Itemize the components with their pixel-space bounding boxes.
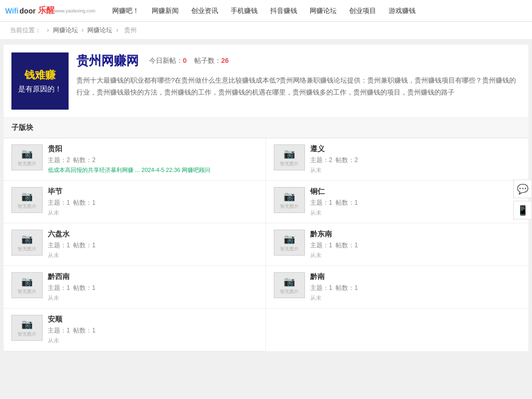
forum-desc: 贵州十大最赚钱的职业都有哪些?在贵州做什么生意比较赚钱成本低?贵州网络兼职赚钱论… (76, 74, 521, 99)
forum-logo-line2: 是有原因的！ (18, 85, 62, 94)
subforum-last: 从未 (310, 294, 521, 302)
subforum-thumb: 📷 智无图片 (274, 187, 305, 213)
subforum-name[interactable]: 铜仁 (310, 187, 521, 196)
subforum-last: 从未 (310, 209, 521, 217)
forum-header: 钱难赚 是有原因的！ 贵州网赚网 今日新帖：0 帖子数：26 贵州十大最赚钱的职… (4, 45, 528, 118)
subforum-thumb: 📷 智无图片 (11, 230, 43, 256)
subforum-last: 从未 (48, 251, 258, 259)
subforum-name[interactable]: 黔南 (310, 272, 521, 282)
subforum-content: 六盘水 主题：1 帖数：1 从未 (48, 230, 258, 259)
main-content: 钱难赚 是有原因的！ 贵州网赚网 今日新帖：0 帖子数：26 贵州十大最赚钱的职… (4, 45, 528, 351)
subforum-last: 低成本高回报的共享经济暴利网赚 ... 2024-4-5 22:36 网赚吧顾问 (48, 166, 258, 174)
camera-icon: 📷 (284, 148, 295, 159)
forum-info: 贵州网赚网 今日新帖：0 帖子数：26 贵州十大最赚钱的职业都有哪些?在贵州做什… (76, 52, 521, 99)
logo-wifi-text: Wifi (5, 7, 19, 15)
subforum-name[interactable]: 黔西南 (48, 272, 258, 282)
subforum-content: 遵义 主题：2 帖数：2 从未 (310, 144, 521, 174)
camera-icon: 📷 (284, 233, 295, 245)
posts-count: 26 (221, 57, 229, 64)
subforum-thumb: 📷 智无图片 (11, 187, 43, 213)
subforum-item: 📷 智无图片 遵义 主题：2 帖数：2 从未 (266, 138, 528, 181)
subforum-item: 📷 智无图片 黔东南 主题：1 帖数：1 从未 (266, 223, 528, 266)
subforum-last-text: 从未 (48, 295, 59, 301)
thumb-label: 智无图片 (18, 331, 36, 338)
phone-icon[interactable]: 📱 (513, 201, 532, 220)
nav-item-1[interactable]: 网赚新闻 (145, 0, 185, 22)
subforum-thumb: 📷 智无图片 (11, 272, 43, 298)
nav-item-7[interactable]: 游戏赚钱 (382, 0, 422, 22)
breadcrumb-item-2: 贵州 (124, 26, 137, 34)
breadcrumb-item-0[interactable]: 网赚论坛 (53, 26, 78, 34)
subforum-name[interactable]: 遵义 (310, 144, 521, 154)
subforum-thumb: 📷 智无图片 (274, 144, 305, 170)
subforum-last-text: 从未 (48, 209, 59, 216)
thumb-label: 智无图片 (18, 203, 36, 210)
subforum-item: 📷 智无图片 毕节 主题：1 帖数：1 从未 (4, 181, 266, 223)
subforum-last-link[interactable]: 低成本高回报的共享经济暴利网赚 ... 2024-4-5 22:36 网赚吧顾问 (48, 167, 210, 173)
subforum-content: 黔东南 主题：1 帖数：1 从未 (310, 230, 521, 259)
thumb-label: 智无图片 (280, 246, 299, 252)
forum-stats: 今日新帖：0 帖子数：26 (149, 56, 229, 65)
subforum-name[interactable]: 黔东南 (310, 230, 521, 239)
subforum-last-text: 从未 (310, 167, 322, 173)
breadcrumb-home: 当前位置： (10, 26, 41, 34)
today-label: 今日新帖： (149, 57, 183, 64)
breadcrumb-item-1[interactable]: 网赚论坛 (87, 26, 112, 34)
camera-icon: 📷 (284, 276, 295, 287)
subforum-last-text: 从未 (310, 209, 322, 216)
subforum-content: 黔南 主题：1 帖数：1 从未 (310, 272, 521, 302)
subforum-name[interactable]: 贵阳 (48, 144, 258, 154)
posts-label: 帖子数： (194, 57, 221, 64)
camera-icon: 📷 (21, 276, 33, 287)
subforum-content: 安顺 主题：1 帖数：1 从未 (48, 315, 258, 344)
nav-item-2[interactable]: 创业资讯 (185, 0, 224, 22)
thumb-label: 智无图片 (280, 288, 299, 295)
header: Wifi door 乐醒 www.yaolexing.com 网赚吧！ 网赚新闻… (0, 0, 532, 22)
nav-item-4[interactable]: 抖音赚钱 (264, 0, 303, 22)
camera-icon: 📷 (21, 318, 33, 330)
subforum-last: 从未 (310, 251, 521, 259)
subforum-item: 📷 智无图片 铜仁 主题：1 帖数：1 从未 (266, 181, 528, 223)
subforum-name[interactable]: 毕节 (48, 187, 258, 196)
thumb-label: 智无图片 (18, 246, 36, 252)
nav-item-3[interactable]: 手机赚钱 (224, 0, 264, 22)
side-icons: 💬 📱 (513, 180, 532, 220)
subforum-last-text: 从未 (310, 252, 322, 258)
subforum-meta: 主题：1 帖数：1 (310, 284, 521, 292)
subforum-meta: 主题：2 帖数：2 (310, 156, 521, 165)
camera-icon: 📷 (284, 191, 295, 202)
camera-icon: 📷 (21, 191, 33, 202)
subforum-content: 黔西南 主题：1 帖数：1 从未 (48, 272, 258, 302)
forum-logo-line1: 钱难赚 (24, 68, 56, 82)
breadcrumb-arrow: › (47, 26, 49, 34)
subforum-meta: 主题：1 帖数：1 (48, 198, 258, 207)
subforum-last-text: 从未 (48, 337, 59, 343)
subforum-thumb: 📷 智无图片 (11, 315, 43, 341)
forum-title-row: 贵州网赚网 今日新帖：0 帖子数：26 (76, 52, 521, 69)
thumb-label: 智无图片 (280, 161, 299, 167)
subforum-name[interactable]: 安顺 (48, 315, 258, 324)
logo: Wifi door 乐醒 www.yaolexing.com (5, 5, 96, 16)
subforum-name[interactable]: 六盘水 (48, 230, 258, 239)
subforum-thumb: 📷 智无图片 (11, 144, 43, 170)
main-nav: 网赚吧！ 网赚新闻 创业资讯 手机赚钱 抖音赚钱 网赚论坛 创业项目 游戏赚钱 (106, 0, 527, 22)
subforum-last-text: 从未 (310, 295, 322, 301)
subforum-meta: 主题：1 帖数：1 (48, 241, 258, 250)
camera-icon: 📷 (21, 148, 33, 159)
camera-icon: 📷 (21, 233, 33, 245)
nav-item-0[interactable]: 网赚吧！ (106, 0, 145, 22)
subforum-thumb: 📷 智无图片 (274, 272, 305, 298)
subforum-thumb: 📷 智无图片 (274, 230, 305, 256)
nav-item-5[interactable]: 网赚论坛 (303, 0, 343, 22)
subforum-item: 📷 智无图片 黔西南 主题：1 帖数：1 从未 (4, 266, 266, 309)
breadcrumb-sep-2: › (116, 26, 120, 34)
today-count: 0 (183, 57, 187, 64)
subforum-item: 📷 智无图片 贵阳 主题：2 帖数：2 低成本高回报的共享经济暴利网赚 ... … (4, 138, 266, 181)
subforum-item: 📷 智无图片 六盘水 主题：1 帖数：1 从未 (4, 223, 266, 266)
thumb-label: 智无图片 (18, 161, 36, 167)
subforum-item: 📷 智无图片 安顺 主题：1 帖数：1 从未 (4, 309, 266, 351)
wechat-icon[interactable]: 💬 (513, 180, 532, 198)
subforum-meta: 主题：2 帖数：2 (48, 156, 258, 165)
thumb-label: 智无图片 (280, 203, 299, 210)
nav-item-6[interactable]: 创业项目 (343, 0, 382, 22)
